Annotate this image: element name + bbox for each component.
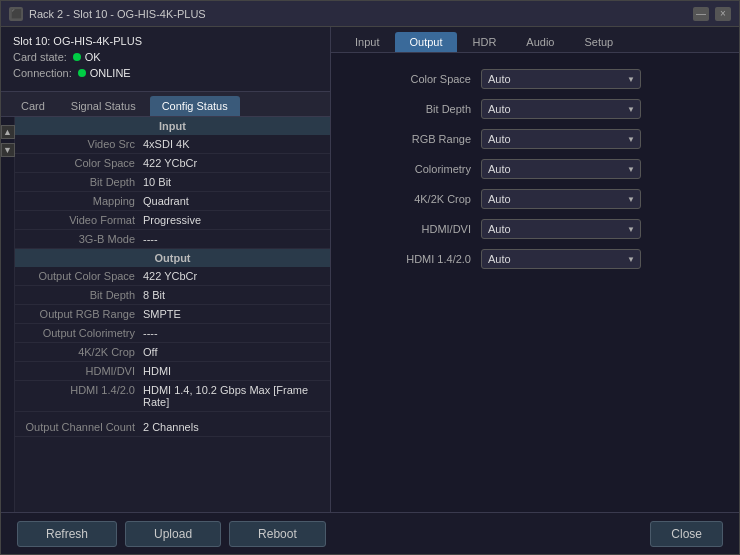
config-label-rgb-range: RGB Range: [351, 133, 471, 145]
select-colorimetry[interactable]: Auto Manual: [481, 159, 641, 179]
row-label: Output Channel Count: [23, 421, 143, 433]
row-label: Bit Depth: [23, 289, 143, 301]
device-info: Slot 10: OG-HIS-4K-PLUS Card state: OK C…: [1, 27, 330, 92]
right-content: Color Space Auto Manual Bit Depth Auto: [331, 53, 739, 512]
tab-audio[interactable]: Audio: [512, 32, 568, 52]
card-state-row: Card state: OK: [13, 51, 318, 63]
connection-row: Connection: ONLINE: [13, 67, 318, 79]
row-value: 8 Bit: [143, 289, 322, 301]
row-label: Color Space: [23, 157, 143, 169]
table-row: Output RGB Range SMPTE: [15, 305, 330, 324]
select-hdmi-version[interactable]: Auto HDMI 1.4 HDMI 2.0: [481, 249, 641, 269]
select-wrapper-colorimetry: Auto Manual: [481, 159, 641, 179]
window-icon: ⬛: [9, 7, 23, 21]
left-panel: Slot 10: OG-HIS-4K-PLUS Card state: OK C…: [1, 27, 331, 512]
config-row-bit-depth: Bit Depth Auto Manual: [351, 99, 719, 119]
row-value: 2 Channels: [143, 421, 322, 433]
row-value: Off: [143, 346, 322, 358]
connection-label: Connection:: [13, 67, 72, 79]
collapse-down-button[interactable]: ▼: [1, 143, 15, 157]
table-row: Output Channel Count 2 Channels: [15, 418, 330, 437]
left-tabs: Card Signal Status Config Status: [1, 92, 330, 117]
row-value: SMPTE: [143, 308, 322, 320]
config-label-hdmi-version: HDMI 1.4/2.0: [351, 253, 471, 265]
collapse-side: ▲ ▼: [1, 117, 15, 512]
table-row: Output Color Space 422 YCbCr: [15, 267, 330, 286]
select-wrapper-4k2k-crop: Auto Off: [481, 189, 641, 209]
table-row: HDMI 1.4/2.0 HDMI 1.4, 10.2 Gbps Max [Fr…: [15, 381, 330, 412]
row-label: 3G-B Mode: [23, 233, 143, 245]
row-label: 4K/2K Crop: [23, 346, 143, 358]
select-bit-depth[interactable]: Auto Manual: [481, 99, 641, 119]
window-title: Rack 2 - Slot 10 - OG-HIS-4K-PLUS: [29, 8, 687, 20]
table-row: Bit Depth 8 Bit: [15, 286, 330, 305]
table-row: Video Src 4xSDI 4K: [15, 135, 330, 154]
config-label-4k2k-crop: 4K/2K Crop: [351, 193, 471, 205]
table-row: Bit Depth 10 Bit: [15, 173, 330, 192]
config-row-hdmi-dvi: HDMI/DVI Auto HDMI DVI: [351, 219, 719, 239]
config-label-colorimetry: Colorimetry: [351, 163, 471, 175]
window-close-button[interactable]: ×: [715, 7, 731, 21]
tab-hdr[interactable]: HDR: [459, 32, 511, 52]
select-wrapper-hdmi-dvi: Auto HDMI DVI: [481, 219, 641, 239]
select-4k2k-crop[interactable]: Auto Off: [481, 189, 641, 209]
row-value: ----: [143, 327, 322, 339]
select-color-space[interactable]: Auto Manual: [481, 69, 641, 89]
slot-row: Slot 10: OG-HIS-4K-PLUS: [13, 35, 318, 47]
refresh-button[interactable]: Refresh: [17, 521, 117, 547]
upload-button[interactable]: Upload: [125, 521, 221, 547]
row-value: Progressive: [143, 214, 322, 226]
row-label: Mapping: [23, 195, 143, 207]
config-label-bit-depth: Bit Depth: [351, 103, 471, 115]
table-row: Mapping Quadrant: [15, 192, 330, 211]
row-value: ----: [143, 233, 322, 245]
main-content: Slot 10: OG-HIS-4K-PLUS Card state: OK C…: [1, 27, 739, 512]
close-button[interactable]: Close: [650, 521, 723, 547]
table-row: HDMI/DVI HDMI: [15, 362, 330, 381]
table-row: Output Colorimetry ----: [15, 324, 330, 343]
row-label: Bit Depth: [23, 176, 143, 188]
config-label-hdmi-dvi: HDMI/DVI: [351, 223, 471, 235]
tab-setup[interactable]: Setup: [570, 32, 627, 52]
config-row-color-space: Color Space Auto Manual: [351, 69, 719, 89]
main-window: ⬛ Rack 2 - Slot 10 - OG-HIS-4K-PLUS — × …: [0, 0, 740, 555]
row-label: Output Colorimetry: [23, 327, 143, 339]
tab-signal-status[interactable]: Signal Status: [59, 96, 148, 116]
input-section-header: Input: [15, 117, 330, 135]
card-state-dot: [73, 53, 81, 61]
row-label: HDMI/DVI: [23, 365, 143, 377]
row-value: 10 Bit: [143, 176, 322, 188]
row-label: Output RGB Range: [23, 308, 143, 320]
reboot-button[interactable]: Reboot: [229, 521, 326, 547]
config-label-color-space: Color Space: [351, 73, 471, 85]
tab-input[interactable]: Input: [341, 32, 393, 52]
config-row-4k2k-crop: 4K/2K Crop Auto Off: [351, 189, 719, 209]
tab-output[interactable]: Output: [395, 32, 456, 52]
info-table: Input Video Src 4xSDI 4K Color Space 422…: [15, 117, 330, 512]
select-wrapper-hdmi-version: Auto HDMI 1.4 HDMI 2.0: [481, 249, 641, 269]
config-row-colorimetry: Colorimetry Auto Manual: [351, 159, 719, 179]
tab-card[interactable]: Card: [9, 96, 57, 116]
connection-value: ONLINE: [90, 67, 131, 79]
card-state-value: OK: [85, 51, 101, 63]
slot-label: Slot 10: OG-HIS-4K-PLUS: [13, 35, 142, 47]
output-section-header: Output: [15, 249, 330, 267]
row-label: Output Color Space: [23, 270, 143, 282]
collapse-up-button[interactable]: ▲: [1, 125, 15, 139]
connection-dot: [78, 69, 86, 77]
row-value: Quadrant: [143, 195, 322, 207]
bottom-buttons-left: Refresh Upload Reboot: [17, 521, 326, 547]
minimize-button[interactable]: —: [693, 7, 709, 21]
right-panel: Input Output HDR Audio Setup Color Space…: [331, 27, 739, 512]
select-rgb-range[interactable]: Auto Manual: [481, 129, 641, 149]
select-wrapper-rgb-range: Auto Manual: [481, 129, 641, 149]
row-value: HDMI: [143, 365, 322, 377]
tab-config-status[interactable]: Config Status: [150, 96, 240, 116]
card-state-label: Card state:: [13, 51, 67, 63]
right-tabs: Input Output HDR Audio Setup: [331, 27, 739, 53]
config-row-hdmi-version: HDMI 1.4/2.0 Auto HDMI 1.4 HDMI 2.0: [351, 249, 719, 269]
title-bar: ⬛ Rack 2 - Slot 10 - OG-HIS-4K-PLUS — ×: [1, 1, 739, 27]
select-hdmi-dvi[interactable]: Auto HDMI DVI: [481, 219, 641, 239]
row-value: 4xSDI 4K: [143, 138, 322, 150]
row-label: HDMI 1.4/2.0: [23, 384, 143, 408]
